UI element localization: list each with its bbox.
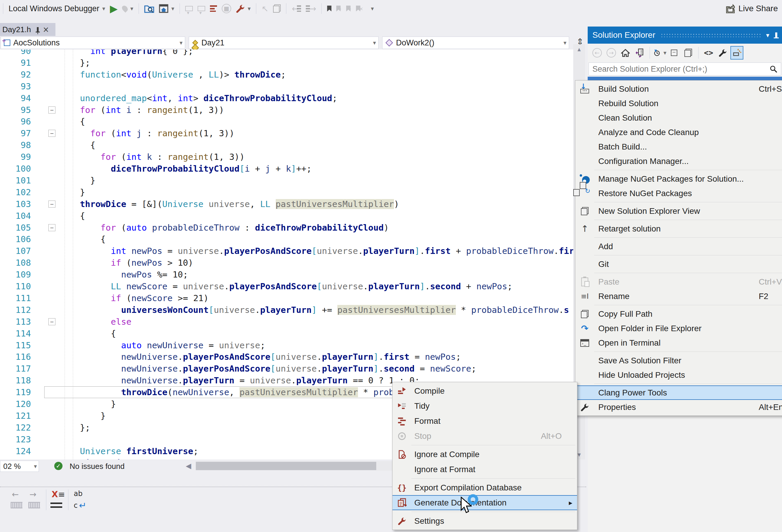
home-button[interactable] (619, 46, 632, 60)
back-button[interactable]: ← (591, 46, 604, 60)
menu-item-tidy[interactable]: Tidy (392, 398, 577, 414)
solution-explorer-titlebar[interactable]: Solution Explorer ▾ (588, 27, 782, 44)
clear-list-button[interactable]: X≡ (50, 490, 64, 512)
lines-icon (28, 502, 40, 508)
code-line-91: 91}; (0, 57, 573, 69)
member-dropdown[interactable]: DoWork2() ▾ (382, 37, 569, 49)
menu-item-batch-build[interactable]: Batch Build... (575, 140, 782, 154)
find-in-files-button[interactable] (142, 2, 156, 15)
code-line-97: 97− for (int j : rangeint(1, 3)) (0, 128, 573, 139)
menu-item-stop[interactable]: StopAlt+O (392, 428, 577, 444)
fold-collapse-box[interactable]: − (48, 201, 56, 208)
word-wrap-button[interactable]: abc↵ (73, 490, 92, 512)
code-line-96: 96{ (0, 116, 573, 128)
collapse-all-button[interactable] (668, 46, 681, 60)
hot-reload-button[interactable]: ▾ (120, 2, 136, 15)
menu-item-generate-documentation[interactable]: Generate Documentation▸ (392, 495, 577, 510)
menu-item-ignore-at-format[interactable]: Ignore at Format (392, 462, 577, 477)
menu-item-properties[interactable]: PropertiesAlt+En (575, 400, 782, 414)
menu-item-compile[interactable]: Compile (392, 383, 577, 398)
home-window-button[interactable]: ▾ (156, 2, 177, 15)
menu-item-configuration-manager[interactable]: Configuration Manager... (575, 154, 782, 168)
fold-collapse-box[interactable]: − (48, 224, 56, 231)
menu-item-open-folder-in-file-explorer[interactable]: ↷Open Folder in File Explorer (575, 321, 782, 335)
health-check-icon[interactable]: ✓ (54, 462, 63, 470)
menu-item-rename[interactable]: ≡IRenameF2 (575, 289, 782, 304)
menu-item-git[interactable]: Git (575, 257, 782, 271)
code-line-100: 100 diceThrowProbabilityCloud[i + j + k]… (0, 163, 573, 175)
zoom-level: 02 % (3, 462, 21, 471)
unindent-button[interactable]: ← (289, 2, 303, 15)
fold-collapse-box[interactable]: − (48, 130, 56, 137)
pending-changes-filter-button[interactable]: ▾ (653, 46, 666, 60)
menu-item-new-solution-explorer-view[interactable]: New Solution Explorer View (575, 204, 782, 218)
pointer-mode-button[interactable]: ↖ (259, 2, 271, 15)
display-layout-button[interactable] (195, 2, 208, 15)
select-element-button[interactable] (183, 2, 195, 15)
scroll-left-icon[interactable]: ◀ (186, 462, 191, 470)
indent-button[interactable]: → (304, 2, 318, 15)
scrollbar-thumb[interactable] (196, 462, 376, 470)
project-dropdown[interactable]: AocSolutions ▾ (1, 37, 185, 49)
clear-bookmarks-button[interactable]: × (354, 2, 365, 15)
menu-item-label: Restore NuGet Packages (598, 189, 692, 198)
menu-item-manage-nuget-packages-for-solution[interactable]: Manage NuGet Packages for Solution... (575, 172, 782, 186)
menu-item-export-compilation-database[interactable]: {}Export Compilation Database (392, 480, 577, 495)
toolbar-overflow-button[interactable]: ▾ (366, 2, 376, 15)
next-change-button[interactable]: → (28, 490, 42, 512)
show-all-files-button[interactable] (731, 46, 743, 60)
fold-collapse-box[interactable]: − (48, 106, 56, 113)
menu-item-retarget-solution[interactable]: ↑Retarget solution (575, 221, 782, 236)
code-line-112: 112 universesWonCount[universe.playerTur… (0, 304, 573, 316)
profiler-button[interactable] (208, 2, 219, 15)
prev-change-button[interactable]: ← (11, 490, 24, 512)
menu-item-settings[interactable]: Settings (392, 513, 577, 528)
menu-item-copy-full-path[interactable]: Copy Full Path (575, 307, 782, 321)
forward-button[interactable]: → (605, 46, 618, 60)
diagnostics-wrench-button[interactable]: ▾ (234, 2, 253, 15)
zoom-dropdown[interactable]: 02 % ▾ (0, 461, 39, 472)
toggle-bookmark-button[interactable] (325, 2, 334, 15)
stop-circle-icon: ■ (222, 4, 231, 13)
search-input[interactable]: Search Solution Explorer (Ctrl+;) (589, 63, 781, 75)
menu-item-save-as-solution-filter[interactable]: Save As Solution Filter (575, 353, 782, 368)
next-bookmark-button[interactable]: › (344, 2, 354, 15)
sync-with-active-document-button[interactable] (633, 46, 646, 60)
fold-collapse-box[interactable]: − (48, 318, 56, 325)
menu-item-rebuild-solution[interactable]: Rebuild Solution (575, 96, 782, 111)
menu-item-analyze-and-code-cleanup[interactable]: Analyze and Code Cleanup (575, 125, 782, 140)
menu-item-label: Rebuild Solution (598, 99, 659, 108)
c-export-icon: {} (392, 483, 411, 492)
view-code-button[interactable]: <> (702, 46, 715, 60)
menu-item-open-in-terminal[interactable]: Open in Terminal (575, 335, 782, 350)
menu-item-format[interactable]: Format (392, 414, 577, 428)
menu-item-restore-nuget-packages[interactable]: ↻Restore NuGet Packages (575, 186, 782, 201)
stop-button[interactable]: ■ (219, 2, 234, 15)
properties-wrench-button[interactable] (716, 46, 729, 60)
type-dropdown[interactable]: Day21 ▾ (189, 37, 379, 49)
toolbar-separator (256, 3, 256, 14)
menu-item-ignore-at-compile[interactable]: Ignore at Compile (392, 447, 577, 462)
menu-item-hide-unloaded-projects[interactable]: Hide Unloaded Projects (575, 368, 782, 382)
code-line-90: 90 int playerTurn{ 0 }; (0, 49, 573, 57)
menu-item-paste[interactable]: PasteCtrl+V (575, 275, 782, 289)
menu-item-label: New Solution Explorer View (598, 206, 700, 216)
close-icon[interactable]: × (43, 25, 49, 34)
copy-button[interactable] (271, 2, 283, 15)
menu-separator (594, 202, 782, 202)
menu-item-build-solution[interactable]: ↓···Build SolutionCtrl+Sh (575, 82, 782, 96)
start-debug-button[interactable]: ▶ (108, 2, 120, 15)
menu-item-clang-power-tools[interactable]: Clang Power Tools (575, 385, 782, 400)
arrow-left-icon: ← (12, 490, 19, 499)
pin-icon[interactable] (775, 32, 777, 38)
tab-day21[interactable]: Day21.h × (0, 23, 56, 36)
scroll-up-icon[interactable]: ▴ (573, 45, 585, 53)
menu-item-add[interactable]: Add (575, 239, 782, 254)
live-share-button[interactable]: Live Share (725, 2, 778, 15)
debug-target-dropdown[interactable]: Local Windows Debugger ▾ (6, 2, 108, 15)
menu-item-clean-solution[interactable]: Clean Solution (575, 111, 782, 125)
window-position-icon[interactable]: ▾ (766, 32, 769, 39)
pin-icon[interactable] (37, 27, 39, 32)
preview-selected-button[interactable] (682, 46, 695, 60)
prev-bookmark-button[interactable]: ‹ (334, 2, 344, 15)
